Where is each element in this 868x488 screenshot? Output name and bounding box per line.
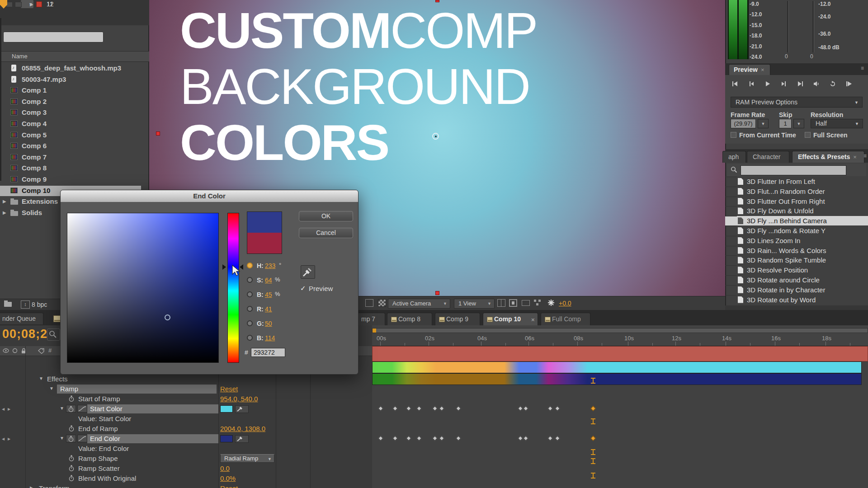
keyframe-diamond[interactable]: [392, 436, 397, 441]
keyframe-diamond[interactable]: [547, 406, 552, 411]
field-value[interactable]: 233: [265, 262, 275, 269]
ruler-tick: [380, 342, 381, 346]
label-column-icon[interactable]: [38, 348, 45, 354]
end-color-value-graph[interactable]: [372, 373, 862, 385]
dialog-title-bar[interactable]: End Color: [61, 190, 358, 202]
time-ruler[interactable]: 00s02s04s06s08s10s12s14s16s18s: [372, 325, 868, 346]
eyedropper-button[interactable]: [301, 265, 315, 279]
ruler-tick: [675, 342, 676, 346]
keyframe-diamond[interactable]: [555, 406, 560, 411]
effect-item-3d-rain-words-colors[interactable]: 3D Rain... Words & Colors: [725, 246, 868, 255]
start-color-value-graph[interactable]: [372, 361, 862, 373]
effects-panel-footer: [725, 305, 868, 310]
radio[interactable]: [247, 320, 253, 326]
keyframe-diamond[interactable]: [406, 436, 411, 441]
keyframe-diamond[interactable]: [432, 436, 437, 441]
keyframe-diamond[interactable]: [432, 406, 437, 411]
video-eye-icon[interactable]: [3, 348, 9, 353]
hue-arrow-left-icon[interactable]: [222, 264, 226, 270]
keyframe-diamond[interactable]: [439, 406, 444, 411]
field-value[interactable]: 64: [265, 277, 272, 284]
ruler-label-06s: 06s: [525, 335, 534, 342]
comp-marker-button[interactable]: [47, 328, 60, 341]
tab-comp-10[interactable]: Comp 10×: [483, 313, 538, 325]
effect-item-3d-flut-n-random-order[interactable]: 3D Flut...n Random Order: [725, 187, 868, 196]
ok-button[interactable]: OK: [299, 211, 353, 221]
field-value[interactable]: 50: [265, 320, 272, 327]
effect-item-3d-fly-down-unfold[interactable]: 3D Fly Down & Unfold: [725, 206, 868, 216]
effect-item-3d-fly-ndom-rotate-y[interactable]: 3D Fly ...ndom & Rotate Y: [725, 226, 868, 235]
keyframe-diamond[interactable]: [518, 436, 523, 441]
field-value[interactable]: 114: [265, 334, 275, 342]
effect-item-label: 3D Fly ...n Behind Camera: [747, 217, 827, 225]
work-area-bar[interactable]: [372, 328, 868, 333]
work-area-start-handle[interactable]: [373, 328, 376, 333]
lock-column-icon[interactable]: [21, 347, 27, 354]
effect-item-label: 3D Rotate out by Word: [747, 296, 816, 304]
ruler-tick: [826, 342, 826, 346]
color-field-cursor[interactable]: [165, 314, 170, 320]
hex-value-input[interactable]: 293272: [251, 348, 285, 357]
effect-item-label: 3D Rotate around Circle: [747, 276, 820, 284]
field-value[interactable]: 45: [265, 291, 272, 298]
effect-item-3d-resolve-position[interactable]: 3D Resolve Position: [725, 265, 868, 275]
ruler-tick: [652, 343, 653, 346]
effect-item-3d-lines-zoom-in[interactable]: 3D Lines Zoom In: [725, 236, 868, 245]
zoom-icon: [48, 330, 57, 339]
ruler-tick: [726, 342, 726, 346]
keyframe-track-area[interactable]: [372, 346, 868, 488]
new-color-swatch: [247, 212, 282, 233]
layer-duration-bar[interactable]: [372, 346, 868, 361]
ruler-tick: [775, 342, 775, 346]
radio[interactable]: [247, 291, 253, 297]
keyframe-diamond[interactable]: [523, 436, 528, 441]
keyframe-diamond[interactable]: [456, 436, 461, 441]
effect-item-3d-flutter-in-from-left[interactable]: 3D Flutter In From Left: [725, 177, 868, 186]
effect-item-3d-rotate-around-circle[interactable]: 3D Rotate around Circle: [725, 275, 868, 285]
tab-full-comp[interactable]: Full Comp: [541, 313, 590, 325]
effect-item-3d-random-spike-tumble[interactable]: 3D Random Spike Tumble: [725, 255, 868, 265]
keyframe-diamond[interactable]: [416, 436, 421, 441]
effect-item-3d-rotate-in-by-character[interactable]: 3D Rotate in by Character: [725, 285, 868, 295]
ruler-label-18s: 18s: [822, 335, 831, 342]
keyframe-diamond[interactable]: [378, 436, 383, 441]
keyframe-diamond[interactable]: [439, 436, 444, 441]
field-value[interactable]: 41: [265, 305, 272, 313]
color-field-row-b: B:45%: [247, 291, 301, 300]
ruler-tick: [628, 342, 628, 346]
close-tab-icon[interactable]: ×: [531, 314, 535, 326]
original-color-swatch: [247, 233, 282, 253]
keyframe-diamond[interactable]: [392, 406, 397, 411]
keyframe-diamond[interactable]: [456, 406, 461, 411]
keyframe-diamond[interactable]: [378, 406, 383, 411]
keyframe-diamond[interactable]: [518, 406, 523, 411]
keyframe-diamond[interactable]: [555, 436, 560, 441]
tab-comp-8[interactable]: Comp 8: [387, 313, 432, 325]
keyframe-diamond[interactable]: [523, 406, 528, 411]
radio[interactable]: [247, 306, 253, 312]
effect-item-3d-flutter-out-from-right[interactable]: 3D Flutter Out From Right: [725, 197, 868, 206]
radio-selected[interactable]: [247, 263, 253, 268]
hue-strip[interactable]: [227, 213, 239, 363]
layer-number-column-icon[interactable]: #: [48, 347, 52, 354]
effect-item-3d-rotate-out-by-word[interactable]: 3D Rotate out by Word: [725, 295, 868, 305]
playhead-ibeam: [591, 473, 595, 479]
row-separator: [725, 295, 737, 296]
ruler-label-08s: 08s: [574, 335, 583, 342]
effect-item-3d-fly-n-behind-camera[interactable]: 3D Fly ...n Behind Camera: [725, 216, 868, 225]
cancel-button[interactable]: Cancel: [299, 228, 353, 238]
keyframe-diamond[interactable]: [416, 406, 421, 411]
saturation-brightness-field[interactable]: [67, 213, 219, 363]
keyframe-diamond-current[interactable]: [590, 436, 595, 441]
keyframe-diamond-current[interactable]: [590, 406, 595, 411]
ruler-tick: [405, 343, 405, 346]
ruler-tick: [505, 343, 506, 346]
radio[interactable]: [247, 335, 253, 341]
radio[interactable]: [247, 277, 253, 283]
audio-column-icon[interactable]: [12, 348, 18, 354]
new-old-color-swatch: [247, 211, 282, 254]
tab-comp-9[interactable]: Comp 9: [435, 313, 480, 325]
row-separator: [725, 177, 737, 177]
keyframe-diamond[interactable]: [547, 436, 552, 441]
keyframe-diamond[interactable]: [406, 406, 411, 411]
